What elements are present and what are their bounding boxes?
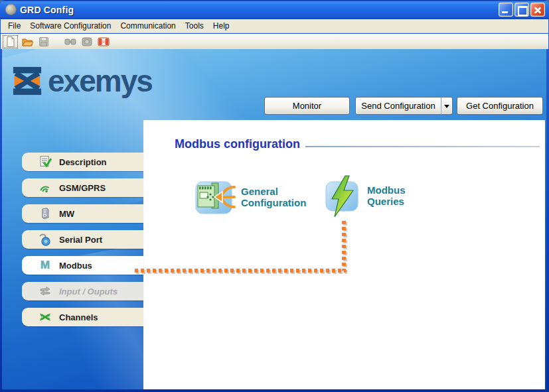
general-configuration-label: General Configuration [241,186,306,208]
sidebar-item-label: Channels [59,312,98,322]
sidebar-item-label: Description [59,157,107,167]
sidebar-item-mw[interactable]: MW [22,204,143,223]
maximize-button[interactable] [514,3,529,17]
heading-rule [305,146,540,147]
modbus-connector-line-vertical [342,221,346,271]
sidebar-item-label: MW [59,209,74,219]
titlebar: GRD Config [0,0,549,19]
sidebar-item-input-outputs: Input / Ouputs [22,282,143,300]
menu-file[interactable]: File [3,19,25,33]
app-body: exemys Monitor Send Configuration Get Co… [2,49,546,389]
send-configuration-button[interactable]: Send Configuration [355,97,441,115]
action-bar: Monitor Send Configuration Get Configura… [2,97,546,115]
modbus-m-icon: M [38,258,52,273]
sidebar-item-modbus[interactable]: M Modbus [22,256,143,275]
menubar: File Software Configuration Communicatio… [1,19,548,33]
open-folder-icon [21,36,33,48]
menu-help[interactable]: Help [208,19,234,33]
notes-check-icon [38,155,52,169]
label-line: Queries [367,196,406,207]
label-line: Configuration [241,197,306,208]
disconnect-icon [98,36,110,47]
save-icon [38,36,50,48]
open-file-button[interactable] [19,35,35,48]
menu-communication[interactable]: Communication [116,19,180,33]
modbus-connector-line-horizontal [135,269,346,273]
sidebar-item-label: GSM/GPRS [59,183,106,193]
sidebar-item-label: Modbus [59,261,92,271]
monitor-button[interactable]: Monitor [264,97,350,115]
label-line: General [241,186,306,197]
send-configuration-dropdown[interactable] [441,97,453,115]
channels-icon [38,310,52,324]
app-window: GRD Config File Software Configuration C… [0,0,549,392]
modbus-queries-shortcut[interactable]: Modbus Queries [323,175,406,218]
menu-software-configuration[interactable]: Software Configuration [25,19,116,33]
minimize-button[interactable] [499,3,513,17]
label-line: Modbus [367,184,406,196]
connect-button [62,35,78,48]
network-button [79,35,94,48]
tower-icon [38,206,52,221]
exemys-logo-icon [12,66,42,96]
m-glyph: M [40,259,50,272]
disconnect-button[interactable] [96,35,111,48]
brand-wordmark: exemys [48,66,152,96]
sidebar-item-gsm-gprs[interactable]: GSM/GPRS [22,178,143,197]
new-file-icon [5,36,17,48]
signal-icon [38,180,52,195]
serial-connector-icon [38,232,52,247]
sidebar-item-serial-port[interactable]: Serial Port [22,230,143,249]
sidebar-item-label: Input / Ouputs [59,287,118,296]
page-title: Modbus configuration [175,137,300,151]
get-configuration-button[interactable]: Get Configuration [457,97,543,115]
sidebar-item-description[interactable]: Description [22,153,143,171]
app-logo-icon [5,4,17,15]
window-title: GRD Config [20,5,497,15]
menu-tools[interactable]: Tools [181,19,208,33]
brand-logo: exemys [12,66,152,96]
toolbar [1,34,548,49]
connect-icon [64,36,76,47]
new-file-button[interactable] [3,35,18,48]
sidebar-item-label: Serial Port [59,235,102,245]
save-button [36,35,51,48]
io-arrows-icon [38,284,52,298]
plc-fork-icon [193,176,236,218]
close-button[interactable] [530,3,545,17]
lightning-icon [323,175,362,218]
general-configuration-shortcut[interactable]: General Configuration [193,176,306,218]
network-icon [81,36,93,47]
modbus-queries-label: Modbus Queries [367,184,406,207]
sidebar-item-channels[interactable]: Channels [22,308,143,326]
